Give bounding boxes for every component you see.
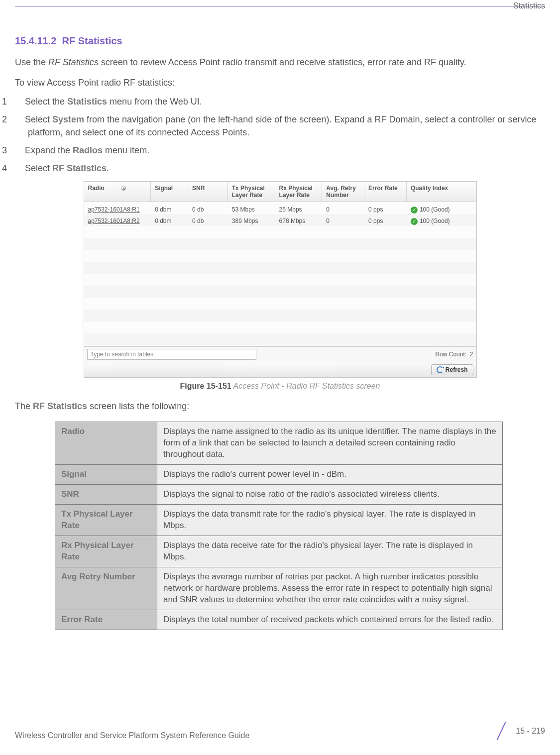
- desc-row: RadioDisplays the name assigned to the r…: [55, 422, 503, 465]
- table-row: ap7532-1601A8:R2 0 dbm 0 db 389 Mbps 678…: [84, 216, 476, 227]
- page-number: 15 - 219: [516, 727, 545, 736]
- guide-title: Wireless Controller and Service Platform…: [15, 731, 249, 740]
- row-count: Row Count: 2: [435, 351, 473, 358]
- cell-rx: 25 Mbps: [275, 204, 323, 216]
- desc-value: Displays the total number of received pa…: [157, 610, 503, 630]
- step-1: 1Select the Statistics menu from the Web…: [15, 95, 545, 108]
- step-4: 4Select RF Statistics.: [15, 162, 545, 175]
- col-header-snr[interactable]: SNR: [188, 182, 228, 202]
- check-icon: ✓: [411, 207, 418, 214]
- cell-tx: 53 Mbps: [228, 204, 275, 216]
- col-header-tx-rate[interactable]: Tx Physical Layer Rate: [228, 182, 275, 202]
- action-bar: Refresh: [84, 362, 476, 377]
- desc-row: Error RateDisplays the total number of r…: [55, 610, 503, 630]
- table-body: ap7532-1601A8:R1 0 dbm 0 db 53 Mbps 25 M…: [84, 202, 476, 346]
- cell-retry: 0: [322, 204, 364, 216]
- desc-label: Rx Physical Layer Rate: [55, 536, 157, 567]
- figure-caption: Figure 15-151 Access Point - Radio RF St…: [15, 382, 545, 391]
- col-header-radio[interactable]: Radio: [84, 182, 151, 202]
- desc-row: SignalDisplays the radio's current power…: [55, 465, 503, 485]
- sort-asc-icon[interactable]: [121, 186, 126, 191]
- cell-rx: 678 Mbps: [275, 216, 323, 227]
- cell-quality: ✓100 (Good): [407, 204, 476, 216]
- desc-row: SNRDisplays the signal to noise ratio of…: [55, 485, 503, 505]
- refresh-icon: [437, 366, 444, 373]
- list-intro: The RF Statistics screen lists the follo…: [15, 400, 545, 413]
- cell-tx: 389 Mbps: [228, 216, 275, 227]
- desc-label: Radio: [55, 422, 157, 465]
- cell-signal: 0 dbm: [151, 216, 188, 227]
- desc-row: Tx Physical Layer RateDisplays the data …: [55, 505, 503, 536]
- refresh-button[interactable]: Refresh: [431, 364, 473, 375]
- cell-error: 0 pps: [364, 204, 407, 216]
- col-header-avg-retry[interactable]: Avg. Retry Number: [322, 182, 364, 202]
- cell-signal: 0 dbm: [151, 204, 188, 216]
- radio-link[interactable]: ap7532-1601A8:R1: [88, 206, 140, 213]
- desc-value: Displays the signal to noise ratio of th…: [157, 485, 503, 505]
- steps-list: 1Select the Statistics menu from the Web…: [15, 95, 545, 175]
- cell-snr: 0 db: [188, 204, 228, 216]
- desc-label: Tx Physical Layer Rate: [55, 505, 157, 536]
- slash-icon: [493, 722, 511, 740]
- step-2: 2Select System from the navigation pane …: [15, 113, 545, 139]
- chapter-name: Statistics: [0, 1, 560, 35]
- screenshot-figure: Radio Signal SNR Tx Physical Layer Rate …: [15, 181, 545, 391]
- desc-row: Rx Physical Layer RateDisplays the data …: [55, 536, 503, 567]
- col-header-error-rate[interactable]: Error Rate: [364, 182, 407, 202]
- col-header-signal[interactable]: Signal: [151, 182, 188, 202]
- col-header-rx-rate[interactable]: Rx Physical Layer Rate: [275, 182, 323, 202]
- search-input[interactable]: Type to search in tables: [87, 349, 256, 360]
- section-title: RF Statistics: [62, 35, 122, 46]
- cell-snr: 0 db: [188, 216, 228, 227]
- desc-value: Displays the radio's current power level…: [157, 465, 503, 485]
- description-table: RadioDisplays the name assigned to the r…: [55, 422, 503, 630]
- desc-label: Error Rate: [55, 610, 157, 630]
- desc-value: Displays the average number of retries p…: [157, 567, 503, 610]
- radio-link[interactable]: ap7532-1601A8:R2: [88, 217, 140, 224]
- col-header-quality-index[interactable]: Quality Index: [407, 182, 476, 202]
- section-heading: 15.4.11.2 RF Statistics: [15, 35, 545, 47]
- desc-row: Avg Retry NumberDisplays the average num…: [55, 567, 503, 610]
- section-number: 15.4.11.2: [15, 35, 56, 46]
- desc-value: Displays the data transmit rate for the …: [157, 505, 503, 536]
- desc-label: Avg Retry Number: [55, 567, 157, 610]
- cell-quality: ✓100 (Good): [407, 216, 476, 227]
- desc-label: SNR: [55, 485, 157, 505]
- sub-intro: To view Access Point radio RF statistics…: [15, 78, 545, 88]
- desc-value: Displays the name assigned to the radio …: [157, 422, 503, 465]
- check-icon: ✓: [411, 218, 418, 225]
- cell-retry: 0: [322, 216, 364, 227]
- table-header-row: Radio Signal SNR Tx Physical Layer Rate …: [84, 182, 476, 203]
- table-row: ap7532-1601A8:R1 0 dbm 0 db 53 Mbps 25 M…: [84, 204, 476, 216]
- intro-paragraph: Use the RF Statistics screen to review A…: [15, 56, 545, 69]
- cell-error: 0 pps: [364, 216, 407, 227]
- desc-value: Displays the data receive rate for the r…: [157, 536, 503, 567]
- table-footer: Type to search in tables Row Count: 2: [84, 346, 476, 362]
- desc-label: Signal: [55, 465, 157, 485]
- page-footer: Wireless Controller and Service Platform…: [15, 722, 545, 740]
- step-3: 3Expand the Radios menu item.: [15, 144, 545, 157]
